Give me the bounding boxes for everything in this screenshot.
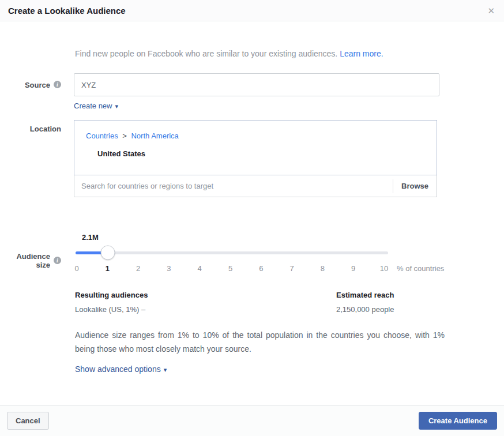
slider-unit-label: % of countries	[397, 264, 444, 273]
tick-label-7: 7	[289, 264, 294, 273]
audience-size-label: Audiencesize	[16, 252, 50, 269]
audience-size-label-line1: Audience	[16, 252, 50, 261]
resulting-audiences-col: Resulting audiences Lookalike (US, 1%) –	[75, 291, 336, 314]
estimated-reach-col: Estimated reach 2,150,000 people	[336, 291, 394, 314]
intro-text-main: Find new people on Facebook who are simi…	[75, 49, 337, 58]
location-label-col: Location	[0, 120, 74, 197]
dialog-footer: Cancel Create Audience	[0, 405, 504, 436]
close-icon[interactable]: ✕	[487, 6, 495, 15]
slider-track[interactable]	[76, 251, 388, 254]
location-box: Countries > North America United States …	[74, 120, 437, 197]
dialog-body: Find new people on Facebook who are simi…	[0, 49, 504, 374]
source-label: Source	[25, 81, 50, 89]
source-label-col: Source i	[0, 73, 74, 110]
breadcrumb-separator: >	[122, 131, 127, 140]
show-advanced-options-label: Show advanced options	[75, 364, 161, 374]
audience-size-label-col: Audiencesize i	[0, 233, 74, 273]
tick-label-3: 3	[167, 264, 171, 273]
slider-thumb[interactable]	[101, 246, 115, 260]
chevron-down-icon: ▾	[164, 367, 167, 373]
slider-tick-labels: 0 1 2 3 4 5 6 7 8 9 10 % of countries	[77, 264, 384, 273]
location-row: Location Countries > North America Unite…	[0, 120, 504, 197]
tick-label-10: 10	[380, 264, 388, 273]
browse-divider	[393, 179, 393, 193]
tick-label-6: 6	[259, 264, 263, 273]
info-icon[interactable]: i	[54, 257, 61, 264]
audience-size-label-line2: size	[36, 261, 50, 269]
browse-button[interactable]: Browse	[401, 182, 428, 190]
location-label: Location	[30, 125, 61, 133]
location-search-input[interactable]	[81, 182, 393, 190]
estimated-reach-value: 2,150,000 people	[336, 305, 394, 314]
results-section: Resulting audiences Lookalike (US, 1%) –…	[75, 291, 504, 314]
audience-size-value: 2.1M	[82, 233, 504, 242]
breadcrumb: Countries > North America	[86, 131, 437, 140]
intro-text: Find new people on Facebook who are simi…	[75, 49, 504, 58]
selected-country: United States	[97, 149, 437, 158]
show-advanced-options-link[interactable]: Show advanced options ▾	[75, 364, 167, 374]
estimated-reach-header: Estimated reach	[336, 291, 394, 299]
create-new-label: Create new	[74, 102, 112, 110]
dialog-title: Create a Lookalike Audience	[8, 6, 126, 16]
audience-size-description: Audience size ranges from 1% to 10% of t…	[75, 328, 445, 356]
location-content: Countries > North America United States …	[74, 120, 504, 197]
audience-size-content: 2.1M 0 1 2 3 4 5 6 7 8 9 10 % of countri…	[74, 233, 504, 273]
tick-label-4: 4	[198, 264, 202, 273]
tick-label-1: 1	[106, 264, 110, 273]
source-input[interactable]	[74, 73, 439, 96]
breadcrumb-countries-link[interactable]: Countries	[86, 131, 118, 140]
resulting-audiences-value: Lookalike (US, 1%) –	[75, 305, 336, 314]
location-selected-box: Countries > North America United States	[74, 120, 437, 175]
source-content: Create new ▾	[74, 73, 504, 110]
create-audience-button[interactable]: Create Audience	[419, 412, 497, 430]
tick-label-9: 9	[351, 264, 355, 273]
audience-size-row: Audiencesize i 2.1M 0 1 2 3 4 5 6 7 8 9 …	[0, 233, 504, 273]
audience-size-slider[interactable]	[76, 246, 388, 260]
learn-more-link[interactable]: Learn more.	[340, 49, 383, 58]
cancel-button[interactable]: Cancel	[7, 412, 49, 430]
resulting-audiences-header: Resulting audiences	[75, 291, 336, 299]
breadcrumb-region-link[interactable]: North America	[131, 131, 178, 140]
tick-label-8: 8	[321, 264, 325, 273]
location-search-row: Browse	[74, 175, 437, 197]
tick-label-5: 5	[228, 264, 232, 273]
tick-label-0: 0	[74, 264, 78, 273]
dialog-header: Create a Lookalike Audience ✕	[0, 0, 504, 21]
source-row: Source i Create new ▾	[0, 73, 504, 110]
tick-label-2: 2	[136, 264, 140, 273]
create-new-link[interactable]: Create new ▾	[74, 102, 118, 110]
chevron-down-icon: ▾	[115, 103, 118, 110]
info-icon[interactable]: i	[54, 81, 61, 88]
